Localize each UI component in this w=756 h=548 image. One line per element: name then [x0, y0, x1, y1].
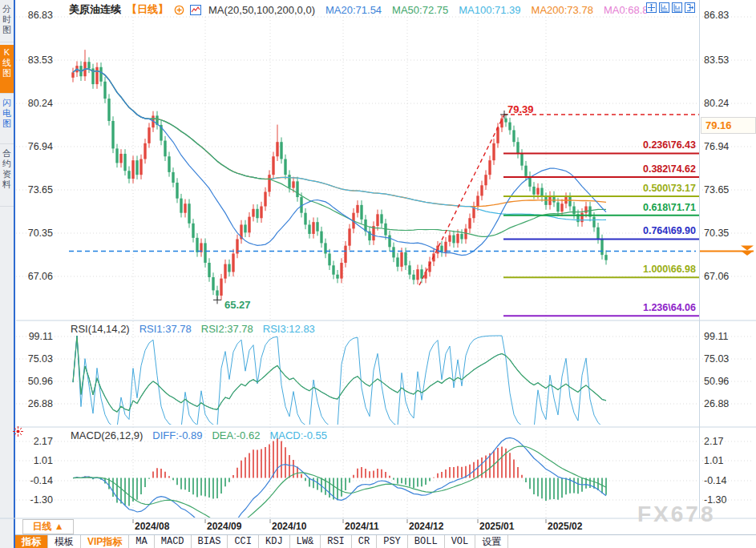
period-selector[interactable]: 日线 ▲ — [22, 519, 74, 534]
price-axis-left: 73.65 — [16, 184, 53, 195]
price-axis-left: 70.35 — [16, 228, 53, 239]
zoom-out-chart-icon[interactable] — [672, 2, 682, 13]
chart-tool-icons — [646, 2, 695, 13]
rsi-axis-right: 50.96 — [704, 376, 729, 387]
toolbar-vol[interactable]: VOL — [445, 535, 476, 548]
x-axis-month: 2024/10 — [272, 521, 306, 532]
rsi-axis-right: 99.11 — [704, 331, 728, 342]
zoom-in-chart-icon[interactable] — [659, 2, 669, 13]
price-axis-left: 76.94 — [16, 141, 53, 152]
toolbar-ma[interactable]: MA — [129, 535, 154, 548]
price-axis-right: 73.65 — [704, 184, 729, 195]
diff-value: DIFF:-0.89 — [152, 429, 202, 441]
macd-axis-right: 2.17 — [704, 436, 723, 447]
toolbar-bias[interactable]: BIAS — [192, 535, 228, 548]
price-axis-right: 70.35 — [704, 228, 729, 239]
rsi3-value: RSI3:12.83 — [263, 323, 315, 335]
fib-level-label[interactable]: 0.618\71.71 — [561, 202, 696, 213]
macd-axis-left: -0.14 — [16, 475, 53, 486]
macd-title: MACD(26,12,9) — [71, 429, 143, 441]
rsi-axis-right: 26.88 — [704, 398, 729, 409]
rsi-axis-left: 75.03 — [16, 353, 53, 365]
macd-axis-right: -0.14 — [704, 475, 727, 486]
macd-header: MACD(26,12,9) DIFF:-0.89 DEA:-0.62 MACD:… — [71, 429, 327, 441]
toolbar-indicators[interactable]: 指标 — [15, 535, 48, 548]
rsi-title: RSI(14,14,2) — [71, 323, 130, 335]
fib-level-label[interactable]: 0.764\69.90 — [561, 225, 696, 236]
price-axis-right: 86.83 — [704, 10, 729, 21]
pan-icon[interactable] — [646, 2, 657, 13]
price-axis-right: 83.53 — [704, 54, 729, 66]
toolbar-templates[interactable]: 模板 — [48, 535, 81, 548]
rsi-axis-right: 75.03 — [704, 353, 729, 365]
indicator-toolbar: 指标 模板 VIP指标 MA MACD BIAS CCI KDJ LW& RSI… — [15, 534, 756, 548]
macd-axis-right: -1.30 — [704, 494, 727, 506]
rsi-axis-left: 26.88 — [16, 398, 53, 409]
x-axis-month: 2025/02 — [548, 521, 582, 532]
rsi2-value: RSI2:37.78 — [201, 323, 253, 335]
toolbar-kdj[interactable]: KDJ — [259, 535, 290, 548]
exit-right-icon[interactable] — [685, 2, 695, 13]
price-axis-right: 80.24 — [704, 98, 729, 109]
macd-axis-left: -1.30 — [16, 494, 53, 506]
trading-app: { "sidebar": { "tabs": [ {"label": "分时图"… — [0, 0, 756, 548]
toolbar-boll[interactable]: BOLL — [408, 535, 445, 548]
rsi1-value: RSI1:37.78 — [139, 323, 192, 335]
fib-level-label[interactable]: 0.236\76.43 — [561, 139, 696, 151]
swing-low-label: 65.27 — [224, 299, 251, 311]
toolbar-settings[interactable]: 设置 — [475, 535, 508, 548]
x-axis-month: 2024/09 — [207, 521, 241, 532]
fib-level-label[interactable]: 0.382\74.62 — [561, 163, 696, 175]
x-axis-month: 2025/01 — [479, 521, 514, 532]
marked-price-badge: 79.16 — [701, 117, 756, 134]
toolbar-cci[interactable]: CCI — [228, 535, 259, 548]
toolbar-rsi[interactable]: RSI — [321, 535, 352, 548]
macd-axis-left: 2.17 — [16, 436, 53, 447]
x-axis-month: 2024/12 — [409, 521, 443, 532]
toolbar-macd[interactable]: MACD — [155, 535, 192, 548]
price-axis-right: 67.06 — [704, 271, 729, 282]
toolbar-cr[interactable]: CR — [352, 535, 377, 548]
toolbar-lw[interactable]: LW& — [290, 535, 321, 548]
x-axis-month: 2024/08 — [135, 521, 169, 532]
toolbar-psy[interactable]: PSY — [377, 535, 408, 548]
dea-value: DEA:-0.62 — [212, 429, 260, 441]
fib-level-label[interactable]: 1.236\64.06 — [561, 302, 696, 313]
rsi-axis-left: 99.11 — [16, 331, 53, 342]
price-axis-left: 83.53 — [16, 54, 53, 66]
fib-level-label[interactable]: 0.500\73.17 — [561, 183, 696, 194]
macd-axis-left: 1.01 — [16, 455, 53, 466]
price-axis-right: 76.94 — [704, 141, 729, 152]
rsi-header: RSI(14,14,2) RSI1:37.78 RSI2:37.78 RSI3:… — [71, 323, 315, 335]
price-axis-left: 86.83 — [16, 10, 53, 21]
fib-level-label[interactable]: 1.000\66.98 — [561, 264, 696, 275]
price-axis-left: 67.06 — [16, 271, 53, 282]
x-axis-month: 2024/11 — [345, 521, 379, 532]
macd-value: MACD:-0.55 — [269, 429, 327, 441]
rsi-axis-left: 50.96 — [16, 376, 53, 387]
price-axis-left: 80.24 — [16, 98, 53, 109]
toolbar-vip-indicators[interactable]: VIP指标 — [81, 535, 129, 548]
swing-high-label: 79.39 — [507, 103, 534, 115]
macd-axis-right: 1.01 — [704, 455, 723, 466]
